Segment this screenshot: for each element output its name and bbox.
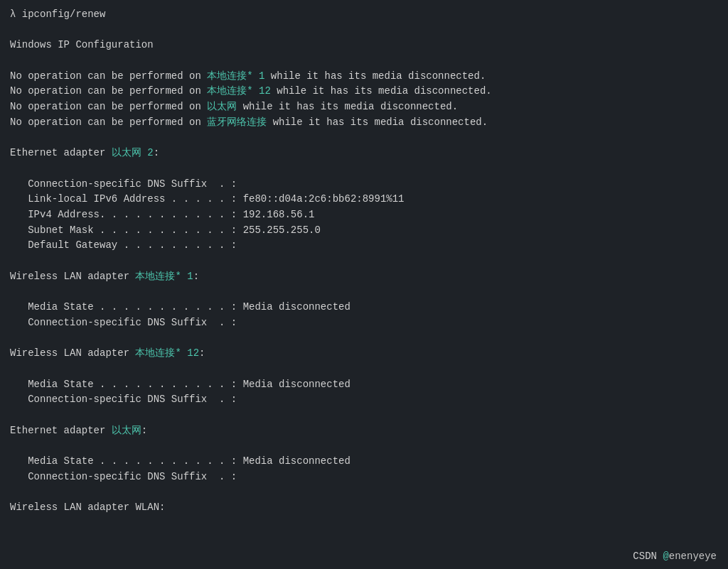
text-part: while it has its media disconnected. [271,85,492,97]
brand-csdn: CSDN [633,551,663,562]
text-part: while it has its media disconnected. [267,116,488,128]
terminal-line: No operation can be performed on 本地连接* 1… [10,84,718,99]
text-part: No operation can be performed on [10,101,207,112]
terminal-line [10,284,718,300]
terminal-line: Ethernet adapter 以太网: [10,423,718,439]
text-part: 本地连接* 1 [207,70,264,82]
terminal-line [10,161,718,177]
brand-label: CSDN @enenyeye [633,551,717,562]
text-part: 以太网 [207,101,237,112]
text-part: 本地连接* 12 [135,347,199,359]
text-part: 以太网 2 [112,147,154,158]
brand-user: enenyeye [669,551,717,562]
terminal-line: Connection-specific DNS Suffix . : [10,470,718,485]
terminal-line: Media State . . . . . . . . . . . : Medi… [10,377,718,393]
terminal-window: λ ipconfig/renew Windows IP Configuratio… [10,7,718,569]
text-part: 以太网 [112,425,141,436]
terminal-line: Connection-specific DNS Suffix . : [10,177,718,193]
terminal-line [10,131,718,146]
text-part: 蓝牙网络连接 [207,116,267,128]
terminal-line: Wireless LAN adapter WLAN: [10,500,718,516]
terminal-line: No operation can be performed on 本地连接* 1… [10,69,718,85]
terminal-line: No operation can be performed on 蓝牙网络连接 … [10,115,718,131]
text-part: while it has its media disconnected. [237,101,458,112]
terminal-line: Default Gateway . . . . . . . . . : [10,238,718,254]
terminal-line [10,438,718,454]
text-part: 本地连接* 1 [135,271,193,282]
text-part: Ethernet adapter [10,425,112,436]
terminal-line [10,408,718,423]
terminal-line: No operation can be performed on 以太网 whi… [10,99,718,115]
brand-at: @ [663,551,668,562]
terminal-line [10,254,718,269]
text-part: No operation can be performed on [10,85,207,97]
terminal-line: Subnet Mask . . . . . . . . . . . : 255.… [10,223,718,239]
terminal-line: Connection-specific DNS Suffix . : [10,392,718,408]
text-part: Wireless LAN adapter WLAN: [10,502,165,513]
text-part: : [199,347,205,359]
text-part: No operation can be performed on [10,116,207,128]
terminal-line: Connection-specific DNS Suffix . : [10,315,718,331]
text-part: No operation can be performed on [10,70,207,82]
text-part: Ethernet adapter [10,147,112,158]
terminal-line [10,330,718,346]
text-part: : [193,271,199,282]
text-part: 本地连接* 12 [207,85,271,97]
terminal-line: Windows IP Configuration [10,38,718,53]
text-part: while it has its media disconnected. [264,70,486,82]
terminal-line: Ethernet adapter 以太网 2: [10,146,718,161]
terminal-line: Media State . . . . . . . . . . . : Medi… [10,300,718,315]
terminal-line: Wireless LAN adapter 本地连接* 1: [10,269,718,285]
terminal-line: Media State . . . . . . . . . . . : Medi… [10,454,718,470]
text-part: : [154,147,159,158]
terminal-line: Wireless LAN adapter 本地连接* 12: [10,346,718,362]
terminal-line [10,53,718,69]
terminal-line [10,484,718,500]
text-part: Wireless LAN adapter [10,347,135,359]
terminal-line: Link-local IPv6 Address . . . . . : fe80… [10,192,718,207]
text-part: : [141,425,147,436]
terminal-line [10,362,718,377]
text-part: Wireless LAN adapter [10,271,135,282]
terminal-line: λ ipconfig/renew [10,7,718,23]
terminal-line [10,23,718,38]
terminal-line: IPv4 Address. . . . . . . . . . . : 192.… [10,207,718,223]
